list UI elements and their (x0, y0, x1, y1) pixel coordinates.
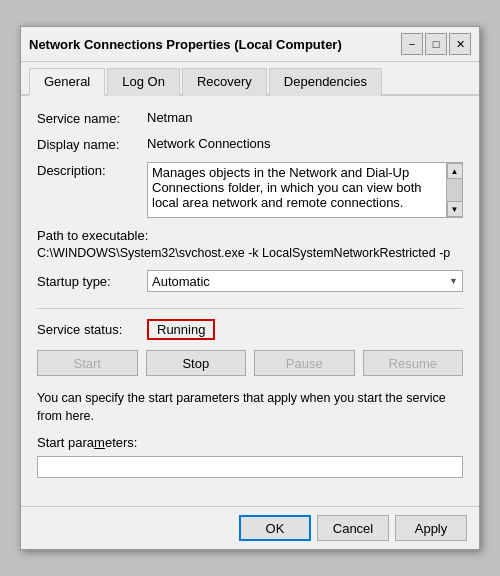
startup-select[interactable]: Automatic ▼ (147, 270, 463, 292)
close-button[interactable]: ✕ (449, 33, 471, 55)
resume-button[interactable]: Resume (363, 350, 464, 376)
start-params-label: Start parameters: (37, 435, 463, 450)
divider (37, 308, 463, 309)
maximize-button[interactable]: □ (425, 33, 447, 55)
main-window: Network Connections Properties (Local Co… (20, 26, 480, 550)
description-row: Description: Manages objects in the Netw… (37, 162, 463, 218)
apply-button[interactable]: Apply (395, 515, 467, 541)
title-bar-controls: − □ ✕ (401, 33, 471, 55)
minimize-button[interactable]: − (401, 33, 423, 55)
tab-general[interactable]: General (29, 68, 105, 96)
startup-value: Automatic (152, 274, 210, 289)
ok-button[interactable]: OK (239, 515, 311, 541)
description-scrollbar: ▲ ▼ (446, 163, 462, 217)
service-name-label: Service name: (37, 110, 147, 126)
pause-button[interactable]: Pause (254, 350, 355, 376)
service-status-row: Service status: Running (37, 319, 463, 340)
start-button[interactable]: Start (37, 350, 138, 376)
stop-button[interactable]: Stop (146, 350, 247, 376)
status-badge: Running (147, 319, 215, 340)
display-name-row: Display name: Network Connections (37, 136, 463, 152)
startup-row: Startup type: Automatic ▼ (37, 270, 463, 292)
description-label: Description: (37, 162, 147, 178)
control-buttons-row: Start Stop Pause Resume (37, 350, 463, 376)
startup-label: Startup type: (37, 274, 147, 289)
description-text: Manages objects in the Network and Dial-… (152, 165, 458, 210)
title-bar: Network Connections Properties (Local Co… (21, 27, 479, 62)
chevron-down-icon: ▼ (449, 276, 458, 286)
service-name-row: Service name: Netman (37, 110, 463, 126)
info-text: You can specify the start parameters tha… (37, 390, 463, 425)
scroll-down-arrow[interactable]: ▼ (447, 201, 463, 217)
tab-dependencies[interactable]: Dependencies (269, 68, 382, 96)
path-label: Path to executable: (37, 228, 463, 243)
service-status-label: Service status: (37, 322, 147, 337)
path-value: C:\WINDOWS\System32\svchost.exe -k Local… (37, 246, 450, 260)
scroll-track (447, 179, 462, 201)
tab-logon[interactable]: Log On (107, 68, 180, 96)
start-params-section: Start parameters: (37, 435, 463, 478)
display-name-value: Network Connections (147, 136, 463, 151)
tab-recovery[interactable]: Recovery (182, 68, 267, 96)
service-name-value: Netman (147, 110, 463, 125)
description-box[interactable]: Manages objects in the Network and Dial-… (147, 162, 463, 218)
display-name-label: Display name: (37, 136, 147, 152)
window-title: Network Connections Properties (Local Co… (29, 37, 342, 52)
content-area: Service name: Netman Display name: Netwo… (21, 96, 479, 506)
tab-bar: General Log On Recovery Dependencies (21, 62, 479, 96)
path-section: Path to executable: C:\WINDOWS\System32\… (37, 228, 463, 260)
cancel-button[interactable]: Cancel (317, 515, 389, 541)
scroll-up-arrow[interactable]: ▲ (447, 163, 463, 179)
start-params-input[interactable] (37, 456, 463, 478)
footer: OK Cancel Apply (21, 506, 479, 549)
